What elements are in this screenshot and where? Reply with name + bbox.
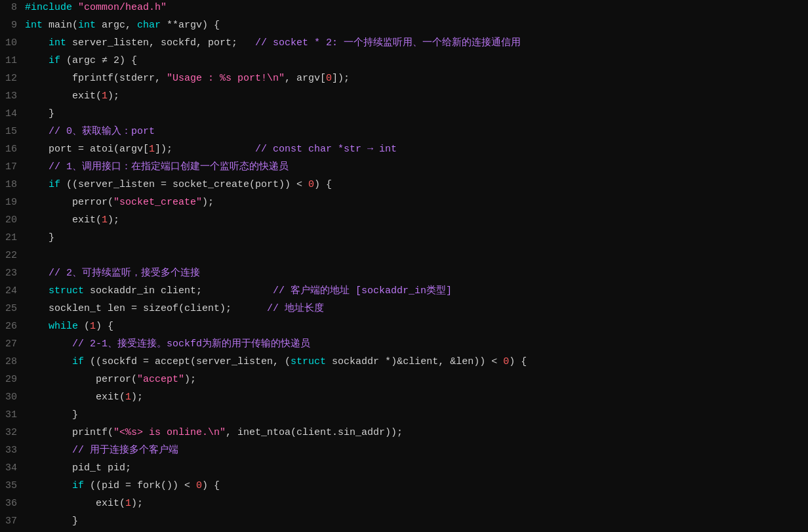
token — [25, 268, 49, 279]
line-content: // 2-1、接受连接。sockfd为新的用于传输的快递员 — [24, 337, 808, 352]
token: ); — [184, 374, 196, 385]
token: port = atoi(argv[ — [25, 144, 149, 155]
line-content: #include "common/head.h" — [24, 0, 808, 15]
token: 0 — [503, 356, 509, 367]
code-line: 30 exit(1); — [0, 390, 808, 407]
code-line: 12 fprintf(stderr, "Usage : %s port!\n",… — [0, 71, 808, 89]
line-number: 34 — [0, 460, 24, 476]
line-content: port = atoi(argv[1]); // const char *str… — [24, 142, 808, 157]
token: ) { — [314, 179, 332, 190]
code-line: 13 exit(1); — [0, 89, 808, 106]
line-number: 28 — [0, 354, 24, 369]
token — [25, 55, 49, 66]
token: // 0、获取输入：port — [49, 126, 155, 137]
token: sockaddr *)&client, &len)) < — [326, 356, 503, 367]
token: int — [49, 37, 66, 49]
token: if — [49, 179, 60, 190]
line-number: 21 — [0, 230, 24, 245]
line-content: // 0、获取输入：port — [24, 124, 808, 139]
line-number: 31 — [0, 407, 24, 422]
token: struct — [291, 356, 326, 367]
code-editor: 8#include "common/head.h"9int main(int a… — [0, 0, 808, 532]
token: , argv[ — [285, 73, 326, 84]
line-number: 23 — [0, 266, 24, 281]
token: while — [49, 321, 78, 332]
token: ) { — [509, 356, 527, 367]
line-content: } — [24, 407, 808, 422]
token: 0 — [196, 480, 202, 491]
code-line: 21 } — [0, 230, 808, 248]
token: , inet_ntoa(client.sin_addr)); — [226, 427, 403, 438]
line-number: 30 — [0, 390, 24, 405]
line-number: 26 — [0, 319, 24, 334]
token: 0 — [326, 73, 332, 84]
token: exit( — [25, 392, 125, 403]
token: // 2、可持续监听，接受多个连接 — [49, 268, 200, 279]
line-content: fprintf(stderr, "Usage : %s port!\n", ar… — [24, 71, 808, 86]
line-content: exit(1); — [24, 89, 808, 104]
line-number: 16 — [0, 142, 24, 157]
code-line: 10 int server_listen, sockfd, port; // s… — [0, 35, 808, 53]
token: int — [78, 20, 96, 31]
line-number: 20 — [0, 213, 24, 228]
line-content: int server_listen, sockfd, port; // sock… — [24, 35, 808, 51]
token: perror( — [25, 197, 113, 208]
line-content: } — [24, 106, 808, 121]
code-line: 20 exit(1); — [0, 213, 808, 230]
code-line: 25 socklen_t len = sizeof(client); // 地址… — [0, 301, 808, 319]
line-number: 27 — [0, 337, 24, 352]
code-line: 26 while (1) { — [0, 319, 808, 337]
token — [25, 126, 49, 137]
token: 1 — [149, 144, 155, 155]
token: // 1、调用接口：在指定端口创建一个监听态的快递员 — [49, 161, 289, 173]
token: char — [137, 20, 161, 31]
token: // const char *str → int — [255, 144, 397, 155]
code-line: 23 // 2、可持续监听，接受多个连接 — [0, 266, 808, 283]
token: "socket_create" — [113, 197, 202, 208]
code-line: 24 struct sockaddr_in client; // 客户端的地址 … — [0, 283, 808, 301]
token: struct — [49, 285, 84, 297]
line-content: if ((server_listen = socket_create(port)… — [24, 177, 808, 192]
line-number: 14 — [0, 106, 24, 121]
token: **argv) { — [161, 20, 220, 31]
token — [25, 480, 72, 491]
code-line: 29 perror("accept"); — [0, 372, 808, 390]
token: printf( — [25, 427, 113, 438]
line-content: if ((pid = fork()) < 0) { — [24, 478, 808, 493]
token: "common/head.h" — [78, 2, 167, 13]
code-line: 32 printf("<%s> is online.\n", inet_ntoa… — [0, 425, 808, 443]
token: // socket * 2: 一个持续监听用、一个给新的连接通信用 — [255, 37, 521, 49]
line-number: 35 — [0, 478, 24, 493]
token: 1 — [90, 321, 96, 332]
token: // 用于连接多个客户端 — [72, 445, 178, 456]
token: // 客户端的地址 [sockaddr_in类型] — [273, 285, 452, 297]
token: socklen_t len = sizeof(client); — [25, 303, 267, 314]
token — [25, 285, 49, 297]
line-number: 32 — [0, 425, 24, 440]
line-number: 22 — [0, 248, 24, 263]
code-line: 14 } — [0, 106, 808, 124]
line-content: perror("accept"); — [24, 372, 808, 387]
line-number: 8 — [0, 0, 24, 15]
token: ); — [202, 197, 214, 208]
token: pid_t pid; — [25, 462, 131, 474]
line-number: 9 — [0, 18, 24, 33]
line-number: 10 — [0, 35, 24, 51]
code-line: 37 } — [0, 514, 808, 531]
token: ( — [78, 321, 90, 332]
line-content: int main(int argc, char **argv) { — [24, 18, 808, 33]
line-content — [24, 248, 808, 263]
token: "Usage : %s port!\n" — [167, 73, 285, 84]
code-line: 18 if ((server_listen = socket_create(po… — [0, 177, 808, 195]
token: 0 — [308, 179, 314, 190]
token: sockaddr_in client; — [84, 285, 273, 297]
code-line: 34 pid_t pid; — [0, 460, 808, 478]
token: "accept" — [137, 374, 184, 385]
token: ]); — [155, 144, 255, 155]
line-content: perror("socket_create"); — [24, 195, 808, 210]
token: perror( — [25, 374, 137, 385]
code-line: 35 if ((pid = fork()) < 0) { — [0, 478, 808, 496]
line-number: 29 — [0, 372, 24, 387]
line-content: while (1) { — [24, 319, 808, 334]
code-line: 15 // 0、获取输入：port — [0, 124, 808, 142]
